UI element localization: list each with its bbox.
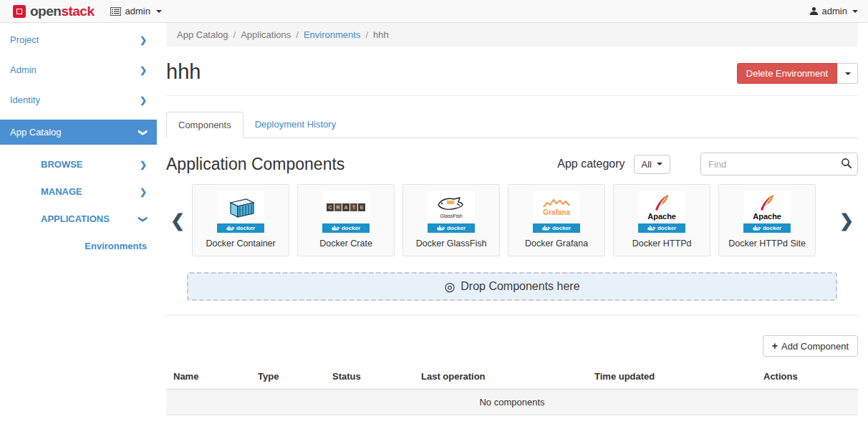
sidebar-item-app-catalog[interactable]: App Catalog ❯ (0, 120, 157, 145)
empty-table-row: No components (166, 390, 858, 415)
app-category-dropdown[interactable]: All (634, 155, 670, 174)
breadcrumb-separator: / (365, 29, 368, 40)
sidebar-item-label: MANAGE (41, 186, 82, 197)
apache-icon: Apache (743, 191, 791, 223)
docker-container-icon (217, 191, 264, 223)
col-header-time-updated: Time updated (587, 365, 756, 390)
top-navbar: openstack admin admin (0, 0, 868, 23)
main-content: App Catalog / Applications / Environment… (166, 23, 858, 415)
sidebar: Project ❯ Admin ❯ Identity ❯ App Catalog… (0, 24, 157, 424)
user-menu[interactable]: admin (809, 6, 858, 16)
breadcrumb: App Catalog / Applications / Environment… (166, 23, 858, 47)
sidebar-item-label: Project (10, 34, 39, 45)
glassfish-icon: GlassFish (428, 191, 475, 223)
grafana-wordmark: Grafana (543, 208, 570, 216)
chevron-right-icon: ❯ (140, 160, 147, 170)
docker-ribbon: docker (322, 223, 370, 233)
chevron-right-icon: ❯ (140, 95, 147, 105)
breadcrumb-item: Applications (241, 29, 291, 40)
docker-whale-icon (226, 226, 235, 231)
docker-ribbon-label: docker (552, 225, 571, 231)
empty-table-message: No components (166, 390, 858, 415)
caret-down-icon (156, 10, 162, 13)
find-input[interactable] (700, 153, 858, 175)
crate-icon: CRATE (322, 191, 370, 223)
brand-text-open: open (30, 4, 61, 19)
brand-text-stack: stack (61, 4, 94, 19)
sidebar-item-label: Admin (10, 64, 37, 75)
docker-ribbon: docker (533, 223, 580, 233)
chevron-right-icon: ❯ (140, 35, 147, 45)
openstack-logo[interactable]: openstack (13, 4, 95, 19)
component-card-name: Docker HTTPd (632, 238, 692, 249)
sidebar-item-admin[interactable]: Admin ❯ (0, 59, 157, 80)
docker-ribbon: docker (743, 223, 791, 233)
chevron-down-icon: ❯ (138, 215, 148, 222)
grafana-icon: Grafana (533, 191, 580, 223)
drop-target-icon: ◎ (444, 279, 455, 294)
component-card-name: Docker Grafana (525, 238, 588, 249)
component-card-name: Docker GlassFish (416, 238, 487, 249)
caret-down-icon (852, 10, 858, 13)
carousel-prev-arrow[interactable]: ❮ (166, 211, 189, 231)
user-menu-label: admin (822, 6, 847, 16)
component-card-docker-container[interactable]: docker Docker Container (192, 184, 289, 256)
search-icon[interactable] (841, 158, 852, 169)
tab-components[interactable]: Components (166, 112, 243, 138)
docker-ribbon: docker (217, 223, 264, 233)
component-card-docker-httpd-site[interactable]: Apache docker Docker HTTPd Site (718, 184, 816, 256)
docker-ribbon-label: docker (447, 225, 466, 231)
glassfish-wordmark: GlassFish (440, 213, 463, 218)
plus-icon: + (772, 340, 778, 352)
col-header-actions: Actions (756, 365, 858, 390)
project-selector-menu[interactable]: admin (110, 6, 162, 16)
sidebar-item-environments[interactable]: Environments (0, 236, 157, 256)
sidebar-item-manage[interactable]: MANAGE ❯ (0, 181, 157, 202)
component-card-name: Docker HTTPd Site (728, 238, 806, 249)
breadcrumb-separator: / (233, 29, 236, 40)
col-header-name: Name (166, 365, 251, 390)
docker-whale-icon (647, 226, 656, 231)
delete-environment-button-group: Delete Environment (737, 63, 858, 84)
drop-components-zone[interactable]: ◎ Drop Components here (187, 272, 837, 301)
apache-wordmark: Apache (647, 213, 676, 221)
apache-icon: Apache (638, 191, 685, 223)
components-table-header-row: Name Type Status Last operation Time upd… (166, 365, 858, 390)
carousel-next-arrow[interactable]: ❯ (835, 211, 858, 231)
sidebar-item-label: App Catalog (10, 127, 62, 138)
sidebar-item-applications[interactable]: APPLICATIONS ❯ (0, 208, 157, 229)
sidebar-item-identity[interactable]: Identity ❯ (0, 90, 157, 110)
col-header-status: Status (325, 365, 414, 390)
app-category-label: App category (557, 158, 625, 170)
panel-divider (166, 315, 858, 316)
chevron-down-icon: ❯ (138, 128, 148, 135)
breadcrumb-link-environments[interactable]: Environments (304, 29, 360, 40)
component-card-docker-crate[interactable]: CRATE docker Docker Crate (297, 184, 395, 256)
component-card-docker-glassfish[interactable]: GlassFish docker Docker GlassFish (402, 184, 500, 256)
apache-wordmark: Apache (753, 213, 781, 221)
docker-ribbon-label: docker (236, 225, 255, 231)
docker-whale-icon (437, 226, 445, 231)
docker-ribbon-label: docker (657, 225, 676, 231)
breadcrumb-item-current: hhh (373, 29, 389, 40)
chevron-right-icon: ❯ (140, 65, 147, 75)
docker-whale-icon (753, 226, 761, 231)
app-category-value: All (642, 159, 652, 170)
application-components-heading: Application Components (166, 155, 344, 174)
page-title: hhh (166, 61, 201, 84)
openstack-logo-icon (13, 5, 26, 18)
component-card-docker-grafana[interactable]: Grafana docker Docker Grafana (508, 184, 605, 256)
sidebar-item-browse[interactable]: BROWSE ❯ (0, 154, 157, 175)
sidebar-item-project[interactable]: Project ❯ (0, 29, 157, 50)
docker-ribbon-label: docker (342, 225, 360, 231)
component-card-name: Docker Container (206, 238, 275, 249)
add-component-button[interactable]: + Add Component (763, 335, 858, 357)
delete-environment-button[interactable]: Delete Environment (737, 63, 837, 84)
delete-environment-dropdown-toggle[interactable] (837, 63, 858, 84)
docker-whale-icon (542, 226, 551, 231)
sidebar-item-label: Environments (85, 241, 147, 251)
col-header-type: Type (251, 365, 325, 390)
caret-down-icon (845, 72, 851, 75)
tab-deployment-history[interactable]: Deployment History (243, 112, 347, 138)
component-card-docker-httpd[interactable]: Apache docker Docker HTTPd (613, 184, 710, 256)
